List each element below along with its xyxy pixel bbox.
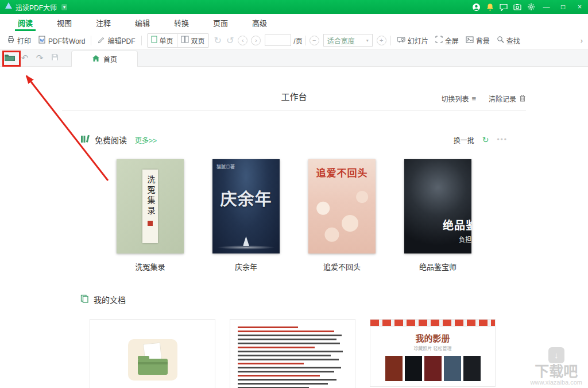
book-title: 洗冤集录 [117,261,184,272]
background-button[interactable]: 背景 [462,33,493,48]
menu-tab-advanced[interactable]: 高级 [240,14,279,31]
doc-text-line [238,351,343,352]
rotate-left-icon[interactable]: ↺ [224,35,236,46]
menu-tab-read[interactable]: 阅读 [6,14,45,31]
zoom-mode-dropdown[interactable]: 适合宽度 ▾ [323,34,373,47]
menu-tab-page[interactable]: 页面 [201,14,240,31]
doc-text-line [238,343,340,344]
notification-bell-icon[interactable] [483,0,497,14]
album-title: 我的影册 [370,332,495,344]
free-reading-more-link[interactable]: 更多>> [135,135,157,145]
fullscreen-icon [435,36,443,45]
page-number-input[interactable] [265,34,291,46]
settings-gear-icon[interactable] [524,0,538,14]
documents-icon [80,294,89,305]
trash-icon [519,94,526,103]
doc-text-line [238,371,334,372]
reading-toolbar: 打印 PDF转Word 编辑PDF 单页 双页 ↻ ↺ ‹ › /页 − 适合宽… [0,31,588,50]
save-floppy-icon [51,53,59,63]
free-reading-title: 免费阅读 [95,134,127,145]
poster-thumb [444,356,461,381]
document-thumbnail[interactable] [230,319,355,388]
book-item: 追爱不回头 追爱不回头 [308,159,376,272]
book-title: 庆余年 [212,261,280,272]
rotate-right-icon[interactable]: ↻ [212,35,224,46]
doc-text-line [238,326,298,328]
doc-text-line [238,375,320,377]
zoom-out-button[interactable]: − [310,36,319,45]
document-thumbnail[interactable] [90,319,215,388]
doc-text-line [238,383,328,385]
refresh-icon[interactable]: ↻ [482,135,489,144]
single-page-icon [151,36,157,45]
site-watermark: ↓ 下载吧 www.xiazaiba.com [531,347,582,386]
screenshot-camera-icon[interactable] [510,0,524,14]
book-item: 绝品鉴宝师 负担◎著 绝品鉴宝师 [404,159,471,272]
toolbar-more-chevron-icon[interactable]: › [581,36,585,45]
my-documents-title: 我的文档 [94,294,126,305]
home-icon [92,55,100,64]
more-options-icon[interactable]: ••• [497,136,508,144]
zoom-in-button[interactable]: + [377,36,386,45]
book-title: 追爱不回头 [308,261,376,272]
doc-text-line [238,339,336,340]
toolbar-separator [305,36,305,45]
bookshelf-icon [80,135,90,145]
my-documents-header: 我的文档 [80,294,508,305]
annotation-highlight-box [2,51,21,67]
menu-tab-convert[interactable]: 转换 [162,14,201,31]
save-button[interactable] [48,51,61,65]
pdf-to-word-button[interactable]: PDF转Word [34,33,88,48]
tab-home[interactable]: 首页 [71,51,138,67]
prev-page-button[interactable]: ‹ [238,36,247,45]
document-thumbnail[interactable]: 我的影册 珍藏照片 轻松管理 [370,319,496,387]
print-button[interactable]: 打印 [3,33,34,48]
pdf-to-word-icon [38,36,46,45]
next-page-button[interactable]: › [251,36,261,45]
account-avatar-icon[interactable] [469,0,483,14]
app-menu-caret-icon[interactable]: ▾ [61,4,67,10]
clear-records-button[interactable]: 清除记录 [489,94,526,103]
pencil-icon [97,36,105,45]
slideshow-button[interactable]: 幻灯片 [393,33,432,48]
minimize-button[interactable]: — [538,0,555,14]
free-reading-books: 洗冤集录 洗冤集录 猫腻◎著 庆余年 庆余年 追爱不回头 追爱不回头 绝品鉴宝师 [117,159,471,272]
seal-icon [148,221,153,226]
poster-thumb [463,356,481,381]
list-icon: ≡ [471,94,476,103]
poster-thumb [405,356,422,381]
download-icon: ↓ [548,347,564,363]
app-logo-icon [5,2,13,12]
snow-ground [217,245,275,249]
find-button[interactable]: 查找 [493,33,524,48]
close-button[interactable]: × [571,0,588,14]
double-page-icon [181,36,189,45]
change-batch-button[interactable]: 换一批 [454,135,474,145]
book-cover[interactable]: 追爱不回头 [308,159,376,253]
page-unit-label: /页 [293,36,302,45]
fullscreen-button[interactable]: 全屏 [432,33,462,48]
double-page-button[interactable]: 双页 [177,34,208,47]
menu-tab-view[interactable]: 视图 [45,14,84,31]
edit-pdf-button[interactable]: 编辑PDF [94,33,138,48]
feedback-chat-icon[interactable] [497,0,510,14]
menu-tab-edit[interactable]: 编辑 [123,14,162,31]
background-image-icon [466,36,474,45]
app-title: 迅读PDF大师 [16,2,57,12]
book-cover[interactable]: 猫腻◎著 庆余年 [212,159,280,253]
toolbar-separator [390,36,391,45]
book-cover[interactable]: 绝品鉴宝师 负担◎著 [404,159,471,253]
cover-title-strip: 洗冤集录 [142,170,158,243]
menu-tab-annotate[interactable]: 注释 [84,14,123,31]
folder-illustration [128,339,177,381]
doc-text-line [238,379,336,381]
single-page-button[interactable]: 单页 [148,34,177,47]
book-item: 猫腻◎著 庆余年 庆余年 [212,159,280,272]
free-reading-header: 免费阅读 更多>> 换一批 ↻ ••• [80,134,508,145]
switch-list-button[interactable]: 切换列表 ≡ [441,94,476,103]
book-cover[interactable]: 洗冤集录 [117,159,184,253]
doc-text-line [238,335,342,336]
redo-button[interactable]: ↷ [33,51,47,65]
ribbon-menubar: 阅读 视图 注释 编辑 转换 页面 高级 [0,14,588,31]
maximize-button[interactable]: □ [555,0,571,14]
